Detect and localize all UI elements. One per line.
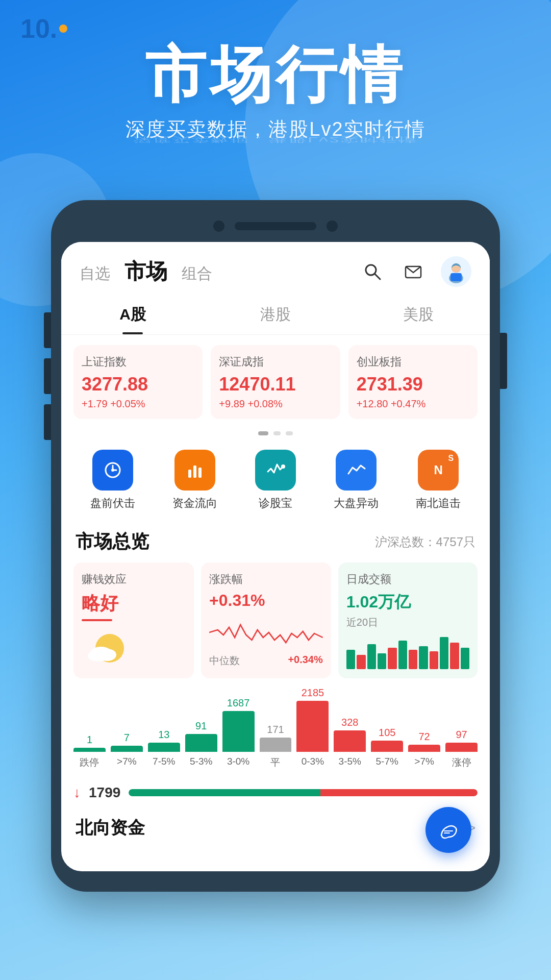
progress-fill	[129, 789, 478, 796]
down-arrow-icon: ↓	[73, 785, 81, 801]
dist-bars: 1 7 13 91	[73, 691, 478, 752]
volume-sublabel: 近20日	[346, 616, 469, 629]
dist-val-10: 97	[456, 729, 467, 741]
volume-value: 1.02万亿	[346, 591, 469, 614]
volume-card[interactable]: 日成交额 1.02万亿 近20日	[338, 562, 478, 678]
market-progress	[129, 789, 478, 796]
dist-label-2: 7-5%	[148, 756, 180, 769]
dist-bar-2	[148, 743, 180, 752]
dist-label-9: >7%	[408, 756, 440, 769]
bottom-number: 1799	[89, 785, 120, 801]
menu-item-bigmarket[interactable]: 大盘异动	[334, 450, 379, 511]
dist-val-6: 2185	[302, 687, 324, 699]
index-cards: 上证指数 3277.88 +1.79 +0.05% 深证成指 12470.11 …	[61, 335, 490, 429]
dot-3	[286, 431, 293, 435]
vol-bar-4	[378, 653, 386, 670]
dist-bar-10	[445, 743, 478, 752]
dist-val-0: 1	[87, 734, 92, 746]
tab-us-stocks[interactable]: 美股	[347, 295, 490, 334]
dist-label-4: 3-0%	[222, 756, 255, 769]
bigmarket-icon	[336, 450, 377, 491]
svg-rect-11	[188, 470, 191, 478]
tab-hk-stocks[interactable]: 港股	[204, 295, 347, 334]
amplitude-subvalue: +0.34%	[288, 654, 322, 666]
bigmarket-label: 大盘异动	[334, 496, 379, 511]
svg-rect-8	[450, 273, 462, 281]
tab-a-stocks[interactable]: A股	[61, 295, 204, 334]
bottom-progress-bar: ↓ 1799	[61, 777, 490, 808]
dist-col-1: 7	[111, 732, 143, 752]
phone-screen: 自选 市场 组合	[61, 242, 490, 871]
money-effect-card[interactable]: 赚钱效应 略好	[73, 562, 194, 678]
market-overview-subtitle: 沪深总数：4757只	[375, 534, 475, 550]
dist-label-7: 3-5%	[334, 756, 366, 769]
fab-area	[61, 846, 490, 871]
dist-label-1: >7%	[111, 756, 143, 769]
hero-subtitle-mirror: 深度买卖数据，港股Lv2实时行情	[0, 134, 551, 144]
user-avatar[interactable]	[441, 256, 471, 287]
phone-notch	[61, 215, 490, 242]
north-capital-title: 北向资金	[76, 816, 145, 840]
mail-icon[interactable]	[400, 258, 427, 285]
dot-2	[273, 431, 281, 435]
dist-col-2: 13	[148, 729, 180, 752]
main-nav: 自选 市场 组合	[80, 257, 212, 286]
market-overview-header: 市场总览 沪深总数：4757只	[61, 521, 490, 558]
index-change-shenzhen: +9.89 +0.08%	[219, 398, 332, 410]
header-icons	[359, 256, 471, 287]
money-effect-label: 赚钱效应	[82, 572, 186, 587]
index-card-shanghai[interactable]: 上证指数 3277.88 +1.79 +0.05%	[73, 345, 203, 419]
svg-line-1	[375, 274, 380, 279]
vol-bar-2	[357, 655, 365, 669]
vol-bar-6	[398, 641, 407, 669]
fab-button[interactable]	[425, 807, 471, 853]
vol-bar-12	[461, 648, 469, 669]
distribution-chart: 1 7 13 91	[61, 687, 490, 777]
index-value-shenzhen: 12470.11	[219, 374, 332, 395]
dist-val-4: 1687	[227, 697, 250, 709]
vol-bar-7	[409, 650, 417, 670]
index-card-chinext[interactable]: 创业板指 2731.39 +12.80 +0.47%	[348, 345, 478, 419]
tab-portfolio[interactable]: 组合	[182, 263, 212, 284]
vol-bar-8	[419, 646, 428, 670]
menu-item-diagnosis[interactable]: 诊股宝	[255, 450, 296, 511]
dist-label-6: 0-3%	[296, 756, 329, 769]
dist-bar-8	[371, 741, 403, 752]
dist-bar-1	[111, 746, 143, 752]
dist-val-9: 72	[418, 731, 430, 743]
menu-item-panqian[interactable]: 盘前伏击	[90, 450, 135, 511]
dist-bar-0	[73, 748, 106, 752]
north-icon: N S	[418, 450, 459, 491]
capital-label: 资金流向	[172, 496, 217, 511]
svg-rect-12	[193, 465, 196, 478]
svg-rect-13	[198, 468, 202, 478]
index-change-shanghai: +1.79 +0.05%	[82, 398, 194, 410]
tab-watchlist[interactable]: 自选	[80, 263, 110, 284]
index-value-chinext: 2731.39	[357, 374, 469, 395]
svg-point-10	[111, 469, 114, 472]
diagnosis-icon	[255, 450, 296, 491]
search-icon[interactable]	[359, 258, 386, 285]
amplitude-value: +0.31%	[209, 591, 323, 610]
menu-item-capital[interactable]: 资金流向	[172, 450, 217, 511]
index-change-chinext: +12.80 +0.47%	[357, 398, 469, 410]
hero-title: 市场行情	[0, 41, 551, 108]
tab-market[interactable]: 市场	[124, 257, 167, 286]
pagination-dots	[61, 431, 490, 435]
dist-col-10: 97	[445, 729, 478, 752]
index-card-shenzhen[interactable]: 深证成指 12470.11 +9.89 +0.08%	[211, 345, 340, 419]
volume-label: 日成交额	[346, 572, 469, 587]
svg-point-7	[453, 265, 460, 273]
amplitude-card[interactable]: 涨跌幅 +0.31% 中位数 +0.34%	[201, 562, 331, 678]
dist-label-3: 5-3%	[185, 756, 217, 769]
dot-1	[258, 431, 268, 435]
dist-bar-9	[408, 745, 440, 752]
menu-item-north[interactable]: N S 南北追击	[416, 450, 461, 511]
dist-col-7: 328	[334, 717, 366, 752]
dist-bar-4	[222, 711, 255, 752]
amplitude-chart	[209, 612, 323, 648]
phone-container: 自选 市场 组合	[0, 200, 551, 892]
index-value-shanghai: 3277.88	[82, 374, 194, 395]
speaker	[235, 222, 316, 230]
dist-col-4: 1687	[222, 697, 255, 752]
